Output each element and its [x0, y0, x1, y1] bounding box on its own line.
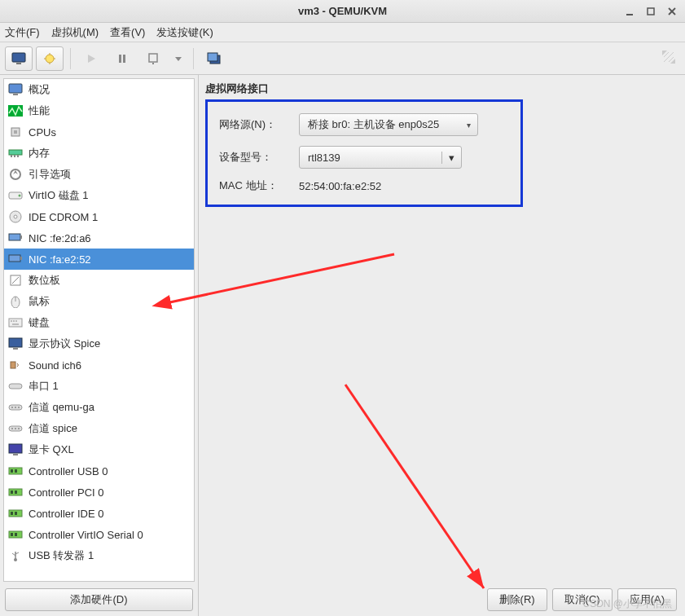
sidebar-item-1[interactable]: 性能	[4, 100, 194, 121]
titlebar: vm3 - QEMU/KVM	[0, 0, 685, 23]
menu-sendkey[interactable]: 发送按键(K)	[156, 25, 213, 40]
sound-icon	[7, 358, 24, 372]
annotation-arrow-2	[337, 376, 549, 605]
svg-rect-27	[11, 155, 12, 157]
svg-rect-37	[9, 255, 20, 262]
netsource-combo[interactable]: 桥接 br0: 主机设备 enp0s25	[299, 113, 478, 136]
close-button[interactable]	[664, 3, 680, 20]
sidebar-item-label: Controller PCI 0	[29, 486, 103, 499]
mouse-icon	[7, 294, 24, 309]
sidebar-item-label: 显示协议 Spice	[29, 337, 100, 351]
usb-icon	[7, 548, 24, 563]
sidebar-item-12[interactable]: 显示协议 Spice	[4, 333, 194, 354]
add-hardware-button[interactable]: 添加硬件(D)	[5, 588, 193, 611]
svg-rect-48	[9, 338, 22, 347]
menubar: 文件(F) 虚拟机(M) 查看(V) 发送按键(K)	[0, 23, 685, 42]
sidebar-item-3[interactable]: 内存	[4, 143, 194, 164]
mac-value: 52:54:00:fa:e2:52	[299, 180, 381, 192]
cancel-button[interactable]: 取消(C)	[552, 588, 613, 611]
sidebar-item-9[interactable]: 数位板	[4, 270, 194, 291]
svg-point-32	[19, 195, 21, 197]
cdrom-icon	[7, 209, 24, 224]
shutdown-button[interactable]	[139, 46, 167, 71]
device-model-label: 设备型号：	[219, 150, 292, 165]
sidebar-item-19[interactable]: Controller PCI 0	[4, 482, 194, 503]
sidebar-item-label: Controller VirtIO Serial 0	[29, 529, 143, 541]
svg-point-59	[18, 428, 20, 429]
video-icon	[7, 442, 24, 457]
sidebar-item-16[interactable]: 信道 spice	[4, 418, 194, 439]
sidebar-item-label: 鼠标	[29, 294, 50, 309]
sidebar-item-label: NIC :fe:2d:a6	[29, 232, 91, 244]
sidebar-item-label: NIC :fa:e2:52	[29, 253, 91, 266]
window-title: vm3 - QEMU/KVM	[298, 5, 387, 17]
maximize-button[interactable]	[643, 3, 659, 20]
sidebar-item-label: Controller USB 0	[29, 465, 108, 477]
svg-point-54	[15, 407, 16, 408]
sidebar-item-6[interactable]: IDE CDROM 1	[4, 206, 194, 227]
sidebar-item-label: USB 转发器 1	[29, 548, 94, 563]
sidebar-item-7[interactable]: NIC :fe:2d:a6	[4, 227, 194, 249]
svg-point-6	[46, 55, 54, 63]
sidebar-item-0[interactable]: 概况	[4, 79, 194, 100]
hardware-list[interactable]: 概况性能CPUs内存引导选项VirtIO 磁盘 1IDE CDROM 1NIC …	[3, 78, 195, 582]
serial-icon	[7, 379, 24, 394]
svg-rect-43	[9, 319, 22, 327]
run-button[interactable]	[77, 46, 105, 71]
sidebar-item-2[interactable]: CPUs	[4, 121, 194, 143]
device-model-combo[interactable]: rtl8139 ▾	[299, 146, 462, 169]
details-button[interactable]	[36, 46, 64, 71]
svg-rect-46	[15, 320, 17, 322]
menu-file[interactable]: 文件(F)	[5, 25, 40, 40]
sidebar-item-18[interactable]: Controller USB 0	[4, 460, 194, 482]
svg-rect-22	[13, 94, 18, 95]
menu-view[interactable]: 查看(V)	[110, 25, 145, 40]
sidebar-item-22[interactable]: USB 转发器 1	[4, 545, 194, 566]
svg-rect-66	[11, 491, 13, 494]
shutdown-menu-button[interactable]	[170, 46, 187, 71]
sidebar-item-label: 信道 qemu-ga	[29, 400, 94, 415]
monitor-icon	[7, 82, 24, 97]
svg-rect-50	[11, 362, 15, 368]
sidebar-item-4[interactable]: 引导选项	[4, 164, 194, 185]
svg-rect-29	[17, 155, 19, 157]
sidebar-item-21[interactable]: Controller VirtIO Serial 0	[4, 524, 194, 545]
svg-rect-67	[15, 491, 17, 494]
svg-rect-26	[9, 150, 22, 155]
controller-icon	[7, 464, 24, 478]
svg-rect-73	[15, 533, 17, 536]
delete-button[interactable]: 删除(R)	[487, 588, 547, 611]
sidebar-item-20[interactable]: Controller IDE 0	[4, 503, 194, 524]
svg-rect-35	[9, 234, 20, 240]
console-button[interactable]	[5, 46, 33, 71]
sidebar-item-5[interactable]: VirtIO 磁盘 1	[4, 185, 194, 206]
sidebar-item-10[interactable]: 鼠标	[4, 291, 194, 312]
resize-grip-icon	[661, 49, 677, 65]
sidebar-item-15[interactable]: 信道 qemu-ga	[4, 397, 194, 418]
network-interface-box: 网络源(N)： 桥接 br0: 主机设备 enp0s25 设备型号： rtl81…	[205, 99, 523, 207]
svg-rect-45	[13, 320, 15, 322]
menu-vm[interactable]: 虚拟机(M)	[51, 25, 99, 40]
sidebar-item-label: VirtIO 磁盘 1	[29, 188, 88, 203]
sidebar-item-14[interactable]: 串口 1	[4, 376, 194, 397]
sidebar-item-11[interactable]: 键盘	[4, 312, 194, 333]
svg-rect-12	[119, 55, 121, 63]
sidebar-item-label: IDE CDROM 1	[29, 211, 98, 223]
apply-button[interactable]: 应用(A)	[617, 588, 677, 611]
toolbar	[0, 42, 685, 75]
panel-title: 虚拟网络接口	[205, 81, 675, 96]
minimize-button[interactable]	[621, 3, 638, 20]
sidebar-item-17[interactable]: 显卡 QXL	[4, 439, 194, 460]
pause-button[interactable]	[108, 46, 136, 71]
sidebar-item-13[interactable]: Sound ich6	[4, 354, 194, 376]
display-icon	[7, 337, 24, 351]
fullscreen-button[interactable]	[200, 46, 228, 71]
controller-icon	[7, 527, 24, 542]
svg-rect-64	[15, 469, 17, 473]
sidebar-item-8[interactable]: NIC :fa:e2:52	[4, 249, 194, 270]
svg-rect-72	[11, 533, 13, 536]
sidebar: 概况性能CPUs内存引导选项VirtIO 磁盘 1IDE CDROM 1NIC …	[0, 75, 199, 616]
svg-rect-49	[13, 348, 18, 350]
sidebar-item-label: Controller IDE 0	[29, 508, 103, 520]
sidebar-item-label: 概况	[29, 82, 50, 97]
